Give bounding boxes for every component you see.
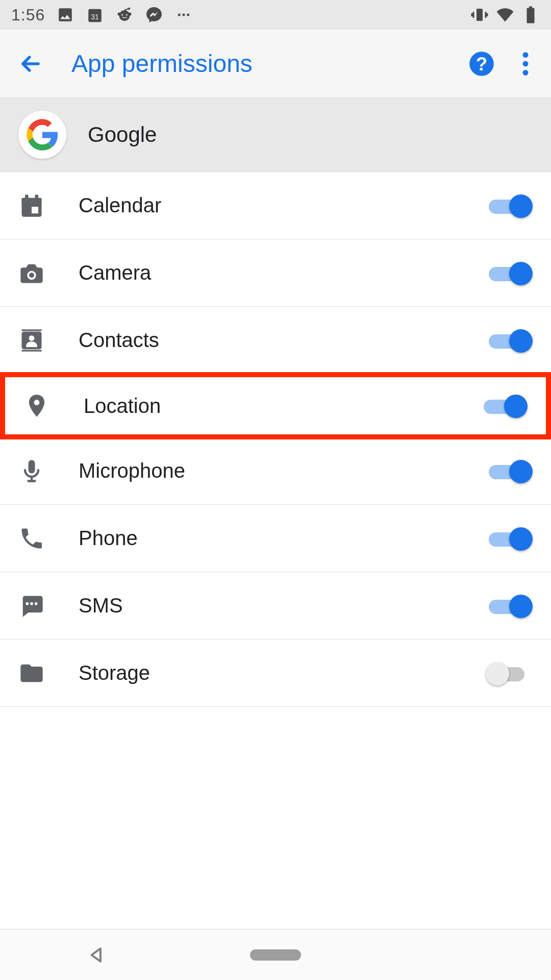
app-name: Google — [88, 122, 157, 147]
sms-icon — [15, 590, 48, 622]
svg-text:31: 31 — [91, 13, 99, 21]
svg-point-16 — [523, 52, 529, 58]
permission-label: Contacts — [79, 329, 486, 352]
permission-toggle-location[interactable] — [481, 393, 528, 419]
microphone-icon — [15, 455, 48, 487]
svg-point-6 — [121, 14, 123, 16]
battery-icon — [521, 6, 540, 24]
back-button[interactable] — [15, 48, 46, 79]
permission-toggle-camera[interactable] — [486, 260, 533, 286]
permission-toggle-contacts[interactable] — [486, 327, 533, 354]
svg-point-2 — [119, 10, 130, 21]
permission-row-sms[interactable]: SMS — [0, 572, 551, 640]
svg-point-9 — [183, 14, 185, 16]
svg-text:?: ? — [476, 54, 488, 75]
permission-row-contacts[interactable]: Contacts — [0, 307, 551, 374]
help-button[interactable]: ? — [466, 48, 497, 79]
permission-label: Location — [84, 395, 481, 418]
status-bar: 1:56 31 — [0, 0, 551, 30]
permission-label: Phone — [79, 527, 486, 550]
svg-rect-11 — [477, 9, 483, 21]
location-icon — [20, 389, 53, 422]
permission-row-microphone[interactable]: Microphone — [0, 437, 551, 505]
status-time: 1:56 — [11, 6, 45, 24]
reddit-icon — [115, 6, 134, 24]
svg-point-4 — [129, 13, 132, 16]
app-bar: App permissions ? — [0, 30, 551, 98]
svg-rect-13 — [529, 7, 532, 9]
camera-icon — [15, 257, 48, 289]
svg-point-10 — [187, 14, 190, 16]
more-notifications-icon — [174, 6, 193, 24]
permission-toggle-phone[interactable] — [486, 525, 533, 552]
permission-row-location[interactable]: Location — [0, 372, 551, 439]
permission-label: Storage — [79, 662, 486, 684]
permission-toggle-sms[interactable] — [486, 593, 533, 619]
navigation-bar — [0, 929, 551, 980]
svg-point-8 — [178, 14, 181, 16]
phone-icon — [15, 522, 48, 555]
photos-icon — [56, 6, 74, 24]
permission-label: Calendar — [79, 194, 486, 217]
svg-rect-12 — [527, 8, 535, 23]
permission-row-calendar[interactable]: Calendar — [0, 172, 551, 239]
app-header: Google — [0, 98, 551, 172]
permission-list: Calendar Camera Contacts Location Microp… — [0, 172, 551, 707]
page-title: App permissions — [71, 50, 466, 78]
permission-toggle-storage[interactable] — [486, 660, 533, 687]
permission-row-camera[interactable]: Camera — [0, 239, 551, 307]
calendar-icon — [15, 189, 48, 222]
permission-toggle-calendar[interactable] — [486, 192, 533, 219]
permission-label: SMS — [79, 594, 486, 617]
wifi-icon — [496, 6, 514, 24]
svg-point-3 — [118, 13, 121, 16]
svg-point-7 — [126, 14, 128, 16]
google-logo-icon — [18, 111, 66, 159]
messenger-icon — [145, 6, 163, 24]
permission-label: Camera — [79, 261, 486, 284]
contacts-icon — [15, 324, 48, 357]
nav-home-pill[interactable] — [250, 949, 301, 961]
nav-back-button[interactable] — [87, 945, 106, 965]
permission-row-storage[interactable]: Storage — [0, 640, 551, 707]
permission-toggle-microphone[interactable] — [486, 458, 533, 484]
overflow-menu-button[interactable] — [515, 48, 536, 79]
permission-label: Microphone — [79, 459, 486, 482]
svg-point-17 — [523, 61, 529, 66]
svg-point-18 — [523, 69, 529, 75]
calendar-notif-icon: 31 — [86, 6, 104, 24]
storage-icon — [15, 657, 48, 690]
vibrate-icon — [470, 6, 489, 24]
permission-row-phone[interactable]: Phone — [0, 505, 551, 572]
